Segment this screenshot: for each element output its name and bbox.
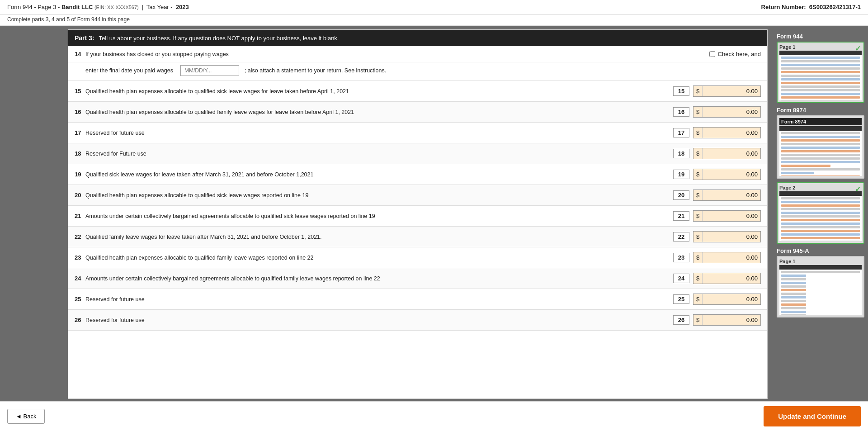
row-21-dollar-field: $	[693, 210, 761, 222]
form-title: Form 944 - Page 3	[7, 4, 56, 10]
row-21-line: 21	[673, 211, 689, 221]
row-15-dollar-sign: $	[693, 86, 703, 96]
form-row-19: 19 Qualified sick leave wages for leave …	[68, 164, 767, 185]
subheader: Complete parts 3, 4 and 5 of Form 944 in…	[0, 14, 868, 26]
sidebar-page1-preview	[779, 51, 862, 100]
header-right: Return Number: 6S003262421317-1	[761, 4, 861, 10]
row-15-label: Qualified health plan expenses allocable…	[85, 88, 673, 95]
return-number: 6S003262421317-1	[809, 4, 861, 10]
row-22-dollar-sign: $	[693, 232, 703, 242]
page1-check-icon: ✓	[855, 44, 861, 53]
row-14-label: If your business has closed or you stopp…	[85, 51, 709, 57]
row-26-dollar-field: $	[693, 314, 761, 326]
row-21-dollar-sign: $	[693, 211, 703, 221]
row-14-date-suffix: ; also attach a statement to your return…	[245, 67, 386, 74]
sidebar-page2-label: Page 2	[779, 185, 862, 190]
row-23-input[interactable]	[703, 252, 760, 263]
row-22-num: 22	[75, 233, 85, 240]
row-17-line: 17	[673, 128, 689, 137]
row-15-dollar-field: $	[693, 85, 761, 97]
form-content: Part 3: Tell us about your business. If …	[68, 29, 768, 399]
row-19-label: Qualified sick leave wages for leave tak…	[85, 171, 673, 178]
sidebar-page1-label: Page 1	[779, 44, 862, 50]
row-14-bottom: enter the final date you paid wages ; al…	[68, 62, 767, 81]
row-17-input[interactable]	[703, 128, 760, 138]
row-25-line: 25	[673, 294, 689, 304]
row-22-input[interactable]	[703, 232, 760, 242]
row-17-dollar-field: $	[693, 127, 761, 138]
sidebar-page2-thumb[interactable]: Page 2 ✓	[777, 182, 864, 244]
page-header: Form 944 - Page 3 - Bandit LLC (EIN: XX-…	[0, 0, 868, 14]
tax-year-label: Tax Year -	[146, 4, 173, 10]
row-15-num: 15	[75, 88, 85, 95]
row-18-dollar-field: $	[693, 148, 761, 159]
row-25-num: 25	[75, 296, 85, 303]
row-17-num: 17	[75, 129, 85, 136]
sidebar-form945a-page1-label: Page 1	[779, 259, 862, 264]
sidebar-page1-thumb[interactable]: Page 1 ✓	[777, 42, 864, 103]
part3-label: Part 3:	[75, 34, 94, 42]
row-23-num: 23	[75, 254, 85, 261]
row-18-input[interactable]	[703, 148, 760, 159]
form-row-25: 25 Reserved for future use 25 $	[68, 289, 767, 310]
form-row-26: 26 Reserved for future use 26 $	[68, 310, 767, 331]
row-14-date-input[interactable]	[180, 65, 239, 76]
row-19-dollar-sign: $	[693, 169, 703, 180]
sidebar-form944-label: Form 944	[777, 33, 864, 40]
row-20-line: 20	[673, 190, 689, 200]
row-20-dollar-sign: $	[693, 190, 703, 200]
row-26-dollar-sign: $	[693, 315, 703, 325]
sidebar-form8974-header: Form 8974	[779, 118, 862, 125]
form-rows: 15 Qualified health plan expenses alloca…	[68, 81, 767, 331]
row-24-dollar-sign: $	[693, 273, 703, 284]
row-17-label: Reserved for future use	[85, 130, 673, 136]
row-15-input[interactable]	[703, 86, 760, 96]
row-23-dollar-field: $	[693, 252, 761, 263]
row-22-dollar-field: $	[693, 231, 761, 242]
row-14-num: 14	[75, 51, 85, 57]
tax-year: 2023	[176, 4, 189, 10]
right-sidebar: Form 944 Page 1 ✓	[773, 26, 868, 403]
row-25-input[interactable]	[703, 294, 760, 304]
row-25-dollar-field: $	[693, 294, 761, 305]
sidebar-page2-preview	[779, 191, 862, 241]
sidebar-form8974-thumb[interactable]: Form 8974	[777, 115, 864, 179]
row-14-top: 14 If your business has closed or you st…	[68, 46, 767, 62]
row-16-num: 16	[75, 109, 85, 115]
company-name: Bandit LLC	[61, 4, 93, 10]
row-14-checkbox-label: Check here, and	[718, 51, 761, 57]
row-14-checkbox[interactable]	[709, 51, 715, 57]
row-16-dollar-field: $	[693, 106, 761, 118]
row-16-label: Qualified health plan expenses allocable…	[85, 109, 673, 115]
row-26-input[interactable]	[703, 315, 760, 325]
row-19-input[interactable]	[703, 169, 760, 180]
ein: (EIN: XX-XXXX567)	[94, 5, 140, 10]
form-row-18: 18 Reserved for Future use 18 $	[68, 143, 767, 164]
row-16-input[interactable]	[703, 107, 760, 117]
left-spacer	[0, 26, 68, 403]
sidebar-form945a-preview	[779, 265, 862, 315]
row-20-input[interactable]	[703, 190, 760, 200]
form-row-21: 21 Amounts under certain collectively ba…	[68, 206, 767, 227]
form-row-17: 17 Reserved for future use 17 $	[68, 123, 767, 143]
row-22-line: 22	[673, 232, 689, 242]
part3-header: Part 3: Tell us about your business. If …	[68, 30, 767, 46]
row-26-num: 26	[75, 317, 85, 323]
row-14-checkbox-wrap: Check here, and	[709, 51, 761, 57]
row-23-label: Qualified health plan expenses allocable…	[85, 255, 673, 261]
form-row-20: 20 Qualified health plan expenses alloca…	[68, 185, 767, 206]
row-24-input[interactable]	[703, 273, 760, 284]
row-19-num: 19	[75, 171, 85, 178]
row-16-dollar-sign: $	[693, 107, 703, 117]
row-21-input[interactable]	[703, 211, 760, 221]
sidebar-form945a-thumb[interactable]: Page 1	[777, 256, 864, 317]
row-20-label: Qualified health plan expenses allocable…	[85, 192, 673, 199]
row-18-label: Reserved for Future use	[85, 151, 673, 157]
row-18-num: 18	[75, 150, 85, 157]
row-24-dollar-field: $	[693, 273, 761, 284]
form-row-23: 23 Qualified health plan expenses alloca…	[68, 247, 767, 268]
page2-check-icon: ✓	[855, 185, 861, 194]
sidebar-form8974-preview	[779, 126, 862, 176]
form-row-24: 24 Amounts under certain collectively ba…	[68, 268, 767, 289]
subheader-text: Complete parts 3, 4 and 5 of Form 944 in…	[7, 16, 130, 23]
